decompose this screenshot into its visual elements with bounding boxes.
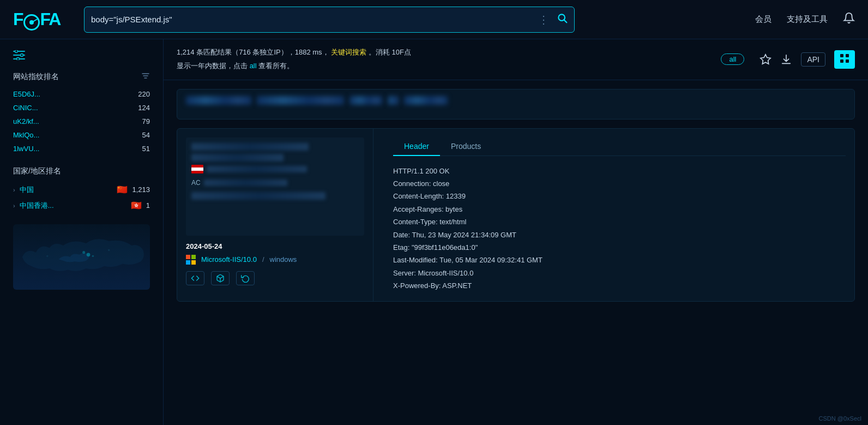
blurred-result-item [177,89,855,119]
view-all-link[interactable]: all [250,62,257,70]
svg-rect-17 [846,59,849,63]
fingerprint-item[interactable]: uK2/kf... 79 [13,115,150,128]
svg-rect-14 [840,54,843,57]
tech-os-label: windows [270,255,297,264]
fingerprint-item[interactable]: MklQo... 54 [13,128,150,142]
fingerprint-list: 网站指纹排名 E5D6J... 220 CiNIC... 124 uK2/kf.… [13,71,150,155]
results-actions: all API [721,50,855,69]
search-options-icon[interactable]: ⋮ [538,13,549,26]
sidebar: 网站指纹排名 E5D6J... 220 CiNIC... 124 uK2/kf.… [0,39,164,425]
header-line: Etag: "99f3bf11e06eda1:0" [393,241,846,254]
nav-member[interactable]: 会员 [755,14,771,25]
card-actions [186,271,364,285]
svg-marker-13 [761,55,770,64]
filter-icon-row [13,50,150,63]
api-button[interactable]: API [801,52,825,67]
main-content: 网站指纹排名 E5D6J... 220 CiNIC... 124 uK2/kf.… [0,39,868,425]
svg-point-9 [82,251,85,254]
code-icon[interactable] [186,271,204,285]
chevron-icon: › [13,187,15,193]
results-sub: 显示一年内数据，点击 all 查看所有。 [177,61,294,72]
grid-view-button[interactable] [834,50,855,69]
search-button[interactable] [557,13,568,26]
header-line: HTTP/1.1 200 OK [393,165,846,177]
filter-icon[interactable] [13,50,25,63]
header-line: Content-Length: 12339 [393,190,846,202]
logo: F FA [13,9,73,29]
header-line: Accept-Ranges: bytes [393,203,846,216]
watermark: CSDN @0xSecl [819,415,861,422]
flag-icon [191,165,203,173]
country-item[interactable]: › 中国 🇨🇳 1,213 [13,182,150,197]
header-line: Content-Type: text/html [393,216,846,228]
svg-point-11 [108,249,110,251]
right-content: 1,214 条匹配结果（716 条独立IP），1882 ms， 关键词搜索 。消… [164,39,868,425]
results-count: 1,214 条匹配结果（716 条独立IP），1882 ms， [177,48,329,56]
microsoft-icon [186,255,196,265]
svg-point-12 [46,255,48,257]
card-right: Header Products HTTP/1.1 200 OK Connecti… [384,129,854,301]
results-scroll[interactable]: AC 2024-05-24 Microsoft-IIS/10.0 / [164,80,868,425]
preview-row [191,165,359,173]
world-map [13,224,150,290]
card-tech: Microsoft-IIS/10.0 / windows [186,255,364,265]
fingerprint-section-title: 网站指纹排名 [13,71,150,82]
header-info: HTTP/1.1 200 OK Connection: close Conten… [393,165,846,292]
keyword-search-link[interactable]: 关键词搜索 [331,48,366,56]
tabs-row: Header Products [393,137,846,156]
svg-rect-16 [840,59,843,63]
country-item[interactable]: › 中国香港... 🇭🇰 1 [13,197,150,213]
logo-text: F FA [13,9,60,29]
header-nav: 会员 支持及工具 [755,12,855,27]
country-list: 国家/地区排名 › 中国 🇨🇳 1,213 › 中国香港... 🇭🇰 1 [13,166,150,213]
header: F FA body="js/PSExtend.js" ⋮ 会员 支持及工具 [0,0,868,39]
svg-point-7 [17,58,20,61]
star-button[interactable] [760,53,771,65]
all-badge[interactable]: all [721,53,744,65]
search-input[interactable]: body="js/PSExtend.js" [91,15,538,24]
header-line: Connection: close [393,177,846,190]
tab-header[interactable]: Header [393,137,440,156]
header-line: Date: Thu, 23 May 2024 21:34:09 GMT [393,229,846,241]
result-card: AC 2024-05-24 Microsoft-IIS/10.0 / [177,128,855,302]
fingerprint-item[interactable]: 1lwVU... 51 [13,142,150,155]
search-bar[interactable]: body="js/PSExtend.js" ⋮ [84,7,575,33]
bell-icon[interactable] [843,12,855,27]
refresh-icon[interactable] [236,271,255,285]
svg-rect-15 [846,54,849,57]
search-bar-icons: ⋮ [538,13,568,26]
tab-products[interactable]: Products [440,137,492,156]
header-line: Last-Modified: Tue, 05 Mar 2024 09:32:41… [393,254,846,266]
svg-point-10 [92,255,94,257]
card-date: 2024-05-24 [186,242,364,250]
svg-point-5 [15,50,18,53]
country-section-title: 国家/地区排名 [13,166,150,176]
svg-point-8 [87,253,91,256]
chevron-icon: › [13,202,15,209]
nav-tools[interactable]: 支持及工具 [787,14,828,25]
fingerprint-item[interactable]: E5D6J... 220 [13,87,150,101]
results-bar: 1,214 条匹配结果（716 条独立IP），1882 ms， 关键词搜索 。消… [164,39,868,80]
tech-server-label: Microsoft-IIS/10.0 [201,255,257,264]
fingerprint-item[interactable]: CiNIC... 124 [13,101,150,115]
header-line: Server: Microsoft-IIS/10.0 [393,267,846,279]
fingerprint-filter-btn[interactable] [141,71,150,82]
svg-point-6 [21,54,23,57]
card-left: AC 2024-05-24 Microsoft-IIS/10.0 / [177,129,373,301]
header-line: X-Powered-By: ASP.NET [393,279,846,292]
cube-icon[interactable] [211,271,230,285]
svg-line-1 [564,20,567,23]
results-summary: 1,214 条匹配结果（716 条独立IP），1882 ms， 关键词搜索 。消… [177,47,411,58]
download-button[interactable] [780,53,792,65]
card-preview: AC [186,137,364,236]
